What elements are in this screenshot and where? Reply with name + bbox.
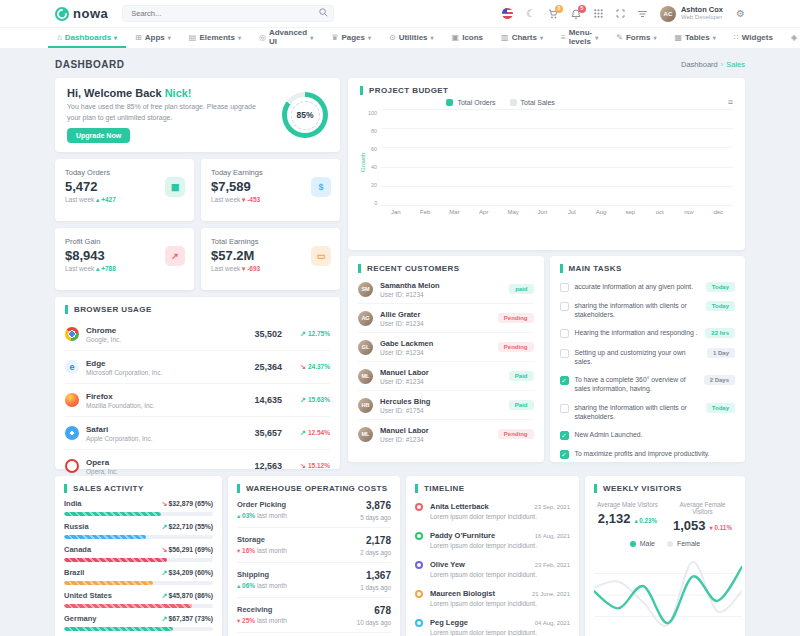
stat-card[interactable]: Today Earnings $7,589 Last week ▾ -453 $: [201, 159, 340, 221]
nav-item-label: Widgets: [742, 33, 773, 42]
stat-icon: ▦: [165, 177, 185, 197]
sales-country: India: [64, 499, 82, 508]
warehouse-name: Storage: [237, 535, 287, 544]
trend-arrow-icon: ↗: [162, 523, 168, 530]
nav-item[interactable]: ⊙ Utilities ▾: [380, 28, 443, 48]
task-checkbox[interactable]: [560, 329, 569, 338]
warehouse-ago: 1 days ago: [360, 584, 391, 591]
chevron-down-icon: ▾: [168, 34, 171, 41]
user-menu[interactable]: AC Ashton Cox Web Developer: [660, 6, 723, 22]
nav-item[interactable]: ▥ Charts ▾: [492, 28, 552, 48]
stat-card[interactable]: Total Earnings $57.2M Last week ▾ -693 ▭: [201, 228, 340, 290]
browser-row[interactable]: Firefox Mozilla Foundation, Inc. 14,635 …: [65, 383, 330, 416]
warehouse-value: 1,367: [360, 570, 391, 581]
male-visitors-stat: Average Male Visitors 2,132 ▴ 0.23%: [594, 501, 661, 533]
browser-row[interactable]: e Edge Microsoft Corporation, Inc. 25,36…: [65, 350, 330, 383]
chevron-down-icon: ▾: [713, 34, 716, 41]
stat-icon: ↗: [165, 246, 185, 266]
chevron-down-icon: ▾: [114, 34, 117, 41]
breadcrumb-root[interactable]: Dashboard: [681, 60, 718, 69]
cart-badge: 3: [555, 5, 563, 13]
nav-item[interactable]: ≡ Menu-levels ▾: [552, 28, 607, 48]
stat-card[interactable]: Today Orders 5,472 Last week ▴ +427 ▦: [55, 159, 194, 221]
sales-row: Germany ↗$67,357 (73%): [64, 608, 213, 631]
nav-item-label: Icons: [462, 33, 483, 42]
nav-item[interactable]: ♛ Pages ▾: [322, 28, 380, 48]
task-text: sharing the information with clients or …: [575, 301, 700, 319]
customer-row[interactable]: SM Samantha Melon User ID: #1234 paid: [358, 275, 534, 303]
customer-name: Manuel Labor: [380, 426, 429, 435]
task-checkbox[interactable]: ✓: [560, 376, 569, 385]
task-checkbox[interactable]: [560, 349, 569, 358]
status-badge: Pending: [498, 429, 534, 439]
customer-row[interactable]: ML Manuel Labor User ID: #1234 Paid: [358, 361, 534, 390]
search-icon[interactable]: [319, 8, 328, 17]
chart-menu-icon[interactable]: ≡: [728, 97, 733, 107]
task-checkbox[interactable]: ✓: [560, 431, 569, 440]
sales-activity-title: SALES ACTIVITY: [64, 484, 213, 493]
warehouse-ago: 5 days ago: [360, 514, 391, 521]
browser-row[interactable]: Chrome Google, Inc. 35,502 ↗12.75%: [65, 318, 330, 350]
nav-item[interactable]: ⌂ Dashboards ▾: [48, 28, 126, 48]
upgrade-now-button[interactable]: Upgrade Now: [67, 128, 130, 143]
customer-row[interactable]: ML Manuel Labor User ID: #1234 Pending: [358, 419, 534, 448]
timeline-date: 16 Aug, 2021: [535, 533, 570, 539]
fullscreen-icon[interactable]: [616, 9, 625, 18]
topbar: nowa ☾ 3 5: [0, 0, 800, 28]
settings-gear-icon[interactable]: ⚙: [736, 9, 745, 19]
browser-logo-icon: e: [65, 360, 79, 374]
browser-value: 35,657: [254, 428, 282, 438]
browser-logo-icon: [65, 327, 79, 341]
nav-item[interactable]: ▣ Icons: [443, 28, 492, 48]
nav-item[interactable]: ▦ Tables ▾: [665, 28, 724, 48]
nav-item[interactable]: ✎ Forms ▾: [607, 28, 665, 48]
stat-card[interactable]: Profit Gain $8,943 Last week ▴ +788 ↗: [55, 228, 194, 290]
status-badge: Pending: [498, 342, 534, 352]
visitors-line-chart: [594, 552, 742, 636]
browser-row[interactable]: Safari Apple Corporation, Inc. 35,657 ↗1…: [65, 416, 330, 449]
dark-mode-moon-icon[interactable]: ☾: [526, 9, 535, 19]
page-title: DASHBOARD: [55, 59, 125, 70]
warehouse-change: ▴ 03% last month: [237, 512, 287, 520]
trend-arrow-icon: ↗: [300, 396, 306, 403]
nav-item[interactable]: ◈ Maps ▾: [782, 28, 800, 48]
filter-lines-icon[interactable]: [638, 10, 647, 18]
task-checkbox[interactable]: [560, 302, 569, 311]
language-flag-icon[interactable]: [502, 8, 513, 19]
sales-progress-track: [64, 627, 213, 631]
nav-item-label: Pages: [341, 33, 365, 42]
customer-name: Gabe Lackmen: [380, 339, 433, 348]
browser-trend: ↘15.12%: [282, 462, 330, 470]
nav-item-icon: ∷: [734, 33, 739, 42]
nav-item[interactable]: ▤ Elements ▾: [180, 28, 250, 48]
task-checkbox[interactable]: [560, 404, 569, 413]
apps-grid-icon[interactable]: [594, 9, 603, 18]
nav-item-icon: ▤: [189, 33, 197, 42]
brand[interactable]: nowa: [55, 6, 108, 21]
nav-item[interactable]: ⊞ Apps ▾: [126, 28, 180, 48]
nav-item[interactable]: ◎ Advanced UI ▾: [250, 28, 322, 48]
task-due-badge: Today: [706, 282, 735, 292]
search-input[interactable]: [122, 5, 334, 22]
task-checkbox[interactable]: ✓: [560, 450, 569, 459]
user-role: Web Developer: [681, 14, 723, 21]
customer-row[interactable]: HB Hercules Bing User ID: #1754 Paid: [358, 390, 534, 419]
warehouse-name: Receiving: [237, 605, 287, 614]
browser-logo-icon: [65, 459, 79, 473]
warehouse-change: ▴ 06% last month: [237, 582, 287, 590]
notifications-bell-icon[interactable]: 5: [571, 9, 581, 19]
nav-item-icon: ▣: [452, 33, 460, 42]
nav-item[interactable]: ∷ Widgets: [725, 28, 782, 48]
customer-id: User ID: #1234: [380, 320, 424, 327]
sales-progress-fill: [64, 627, 173, 631]
task-due-badge: 22 hrs: [705, 328, 735, 338]
stat-subtext: Last week ▴ +427: [65, 196, 184, 204]
customer-row[interactable]: GL Gabe Lackmen User ID: #1234 Pending: [358, 332, 534, 361]
customer-row[interactable]: AG Allie Grater User ID: #1234 Pending: [358, 303, 534, 332]
task-due-badge: Today: [706, 403, 735, 413]
weekly-visitors-card: WEEKLY VISITORS Average Male Visitors 2,…: [585, 476, 745, 636]
cart-icon[interactable]: 3: [548, 9, 558, 19]
warehouse-name: Order Picking: [237, 500, 287, 509]
task-checkbox[interactable]: [560, 283, 569, 292]
customer-avatar: ML: [358, 369, 373, 384]
